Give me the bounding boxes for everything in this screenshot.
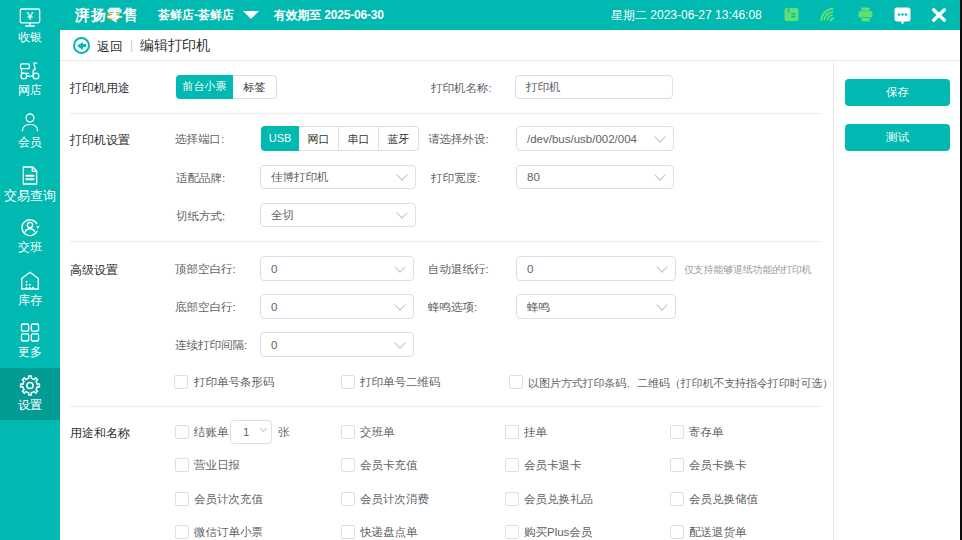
svg-text:¥: ¥ (26, 10, 34, 22)
